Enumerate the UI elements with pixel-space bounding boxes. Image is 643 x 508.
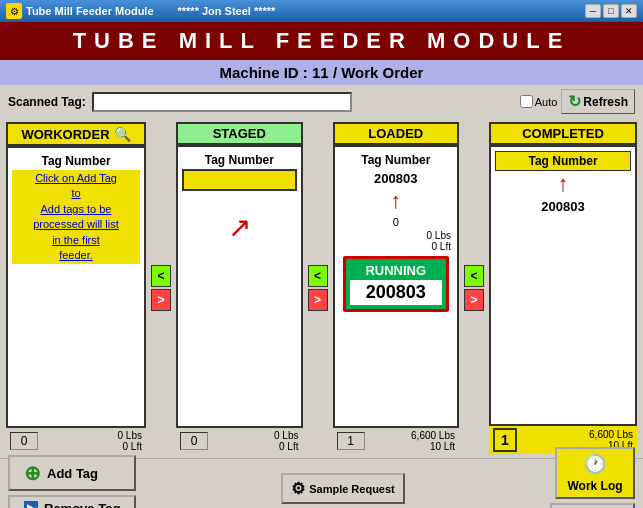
auto-label: Auto — [535, 96, 558, 108]
workorder-footer: 0 0 Lbs 0 Lft — [6, 428, 146, 454]
refresh-icon: ↻ — [568, 92, 581, 111]
completed-tag-value: 200803 — [495, 197, 631, 216]
worklog-button[interactable]: 🕐 Work Log — [555, 447, 635, 499]
arrow-down-button-1[interactable]: > — [151, 289, 171, 311]
loaded-lft: 10 Lft — [411, 441, 455, 452]
completed-column: COMPLETED Tag Number ↑ 200803 1 6,600 Lb… — [489, 122, 637, 454]
workorder-tag-number-label: Tag Number — [12, 152, 140, 170]
arrow-up-button-2[interactable]: < — [308, 265, 328, 287]
close-window-button[interactable]: ✕ — [621, 4, 637, 18]
loaded-body: Tag Number 200803 ↑ 0 0 Lbs 0 Lft RUNNIN… — [333, 145, 460, 428]
toolbar: Scanned Tag: Auto ↻ Refresh — [0, 85, 643, 118]
completed-arrow-icon: ↑ — [495, 171, 631, 197]
auto-checkbox[interactable] — [520, 95, 533, 108]
running-label: RUNNING — [350, 263, 443, 278]
user-name: ***** Jon Steel ***** — [178, 5, 276, 17]
arrow-down-button-2[interactable]: > — [308, 289, 328, 311]
staged-arrow-icon: ↗ — [182, 211, 297, 244]
title-bar: ⚙ Tube Mill Feeder Module ***** Jon Stee… — [0, 0, 643, 22]
workorder-count: 0 — [10, 432, 38, 450]
workorder-label: WORKORDER — [21, 127, 109, 142]
staged-tag-value — [182, 169, 297, 191]
loaded-lbs: 6,600 Lbs — [411, 430, 455, 441]
add-icon: ⊕ — [24, 461, 41, 485]
loaded-completed-arrows: < > — [463, 122, 485, 454]
remove-tag-button[interactable]: ▶ Remove Tag — [8, 495, 136, 508]
search-icon[interactable]: 🔍 — [114, 126, 131, 142]
staged-count: 0 — [180, 432, 208, 450]
maximize-button[interactable]: □ — [603, 4, 619, 18]
loaded-lbs-right: 0 Lbs 0 Lft — [339, 230, 454, 252]
app-header: TUBE MILL FEEDER MODULE — [0, 22, 643, 60]
staged-lbs: 0 Lbs — [274, 430, 298, 441]
completed-tag-number-label: Tag Number — [495, 151, 631, 171]
add-tag-label: Add Tag — [47, 466, 98, 481]
workorder-lbs: 0 Lbs — [118, 430, 142, 441]
refresh-button[interactable]: ↻ Refresh — [561, 89, 635, 114]
running-value: 200803 — [350, 280, 443, 305]
scanned-tag-input[interactable] — [92, 92, 352, 112]
worklog-label: Work Log — [567, 479, 622, 493]
machine-id-bar: Machine ID : 11 / Work Order — [0, 60, 643, 85]
completed-label: COMPLETED — [522, 126, 604, 141]
app-title: Tube Mill Feeder Module — [26, 5, 154, 17]
completed-lbs: 6,600 Lbs — [589, 429, 633, 440]
workorder-body: Tag Number Click on Add TagtoAdd tags to… — [6, 146, 146, 428]
gear-icon: ⚙ — [291, 479, 305, 498]
app-title-main: TUBE MILL FEEDER MODULE — [73, 28, 571, 53]
minimize-button[interactable]: ─ — [585, 4, 601, 18]
loaded-label: LOADED — [368, 126, 423, 141]
remove-tag-label: Remove Tag — [44, 501, 120, 508]
loaded-column: LOADED Tag Number 200803 ↑ 0 0 Lbs 0 Lft… — [333, 122, 460, 454]
staged-body: Tag Number ↗ — [176, 145, 303, 428]
workorder-instruction: Click on Add TagtoAdd tags to beprocesse… — [12, 170, 140, 264]
loaded-footer: 1 6,600 Lbs 10 Lft — [333, 428, 460, 454]
close-button[interactable]: ✕ Close — [550, 503, 635, 509]
arrow-up-button-1[interactable]: < — [151, 265, 171, 287]
loaded-tag-number-label: Tag Number — [339, 151, 454, 169]
sample-request-button[interactable]: ⚙ Sample Request — [281, 473, 405, 504]
loaded-arrow-icon: ↑ — [339, 188, 454, 214]
staged-header: STAGED — [176, 122, 303, 145]
bottom-buttons: ⊕ Add Tag ▶ Remove Tag ⚙ Sample Request … — [0, 458, 643, 508]
workorder-staged-arrows: < > — [150, 122, 172, 454]
workorder-column: WORKORDER 🔍 Tag Number Click on Add Tagt… — [6, 122, 146, 454]
clock-icon: 🕐 — [584, 453, 606, 475]
loaded-count: 1 — [337, 432, 365, 450]
staged-tag-number-label: Tag Number — [182, 151, 297, 169]
staged-column: STAGED Tag Number ↗ 0 0 Lbs 0 Lft — [176, 122, 303, 454]
completed-body: Tag Number ↑ 200803 — [489, 145, 637, 426]
loaded-zero-val: 0 — [339, 216, 454, 228]
loaded-header: LOADED — [333, 122, 460, 145]
remove-icon: ▶ — [24, 501, 38, 508]
staged-footer: 0 0 Lbs 0 Lft — [176, 428, 303, 454]
completed-header: COMPLETED — [489, 122, 637, 145]
refresh-label: Refresh — [583, 95, 628, 109]
columns-container: WORKORDER 🔍 Tag Number Click on Add Tagt… — [0, 118, 643, 458]
sample-request-label: Sample Request — [309, 483, 395, 495]
staged-label: STAGED — [213, 126, 266, 141]
workorder-lft: 0 Lft — [118, 441, 142, 452]
app-icon: ⚙ — [6, 3, 22, 19]
arrow-down-button-3[interactable]: > — [464, 289, 484, 311]
running-box: RUNNING 200803 — [343, 256, 450, 312]
right-buttons: 🕐 Work Log ✕ Close — [550, 447, 635, 509]
completed-count: 1 — [493, 428, 517, 452]
staged-lft: 0 Lft — [274, 441, 298, 452]
add-tag-button[interactable]: ⊕ Add Tag — [8, 455, 136, 491]
arrow-up-button-3[interactable]: < — [464, 265, 484, 287]
machine-id-text: Machine ID : 11 / Work Order — [220, 64, 424, 81]
loaded-tag-value: 200803 — [339, 169, 454, 188]
scanned-tag-label: Scanned Tag: — [8, 95, 86, 109]
workorder-header: WORKORDER 🔍 — [6, 122, 146, 146]
left-buttons: ⊕ Add Tag ▶ Remove Tag — [8, 455, 136, 508]
staged-loaded-arrows: < > — [307, 122, 329, 454]
